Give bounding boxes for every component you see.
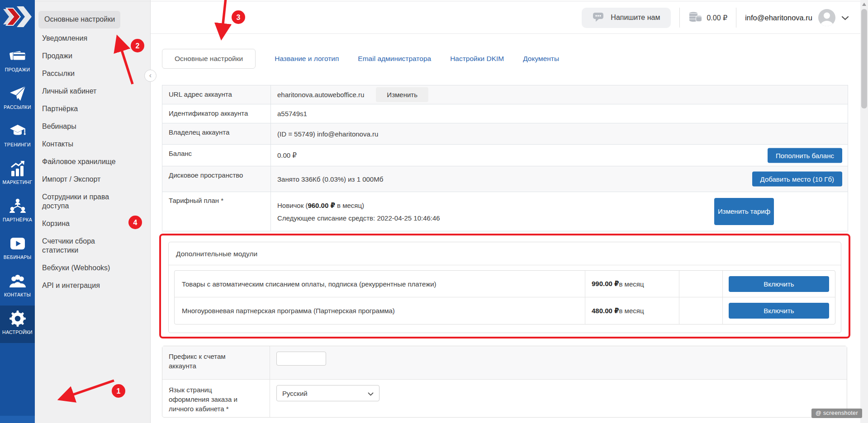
sidebar-item-affiliate[interactable]: ПАРТНЁРКА <box>0 193 35 230</box>
account-email: info@eharitonova.ru <box>745 14 812 22</box>
contact-us-label: Напишите нам <box>611 14 660 22</box>
change-tariff-button[interactable]: Изменить тариф <box>714 198 774 225</box>
tab-dkim-settings[interactable]: Настройки DKIM <box>450 55 504 63</box>
menu-item-personal-cabinet[interactable]: Личный кабинет <box>35 83 150 100</box>
module-price: 480.00 ₽ в месяц <box>585 297 679 324</box>
row-label: Идентификатор аккаунта <box>162 104 271 123</box>
row-label: Тарифный план * <box>162 192 271 231</box>
header-balance: 0.00 ₽ <box>688 11 727 25</box>
tab-admin-email[interactable]: Email администратора <box>358 55 431 63</box>
enable-module-button[interactable]: Включить <box>729 303 829 319</box>
language-selected-value: Русский <box>282 390 308 397</box>
tariff-plan-price: 960.00 ₽ <box>308 202 335 209</box>
form-label: Язык страниц оформления заказа и личного… <box>162 380 270 417</box>
module-name: Товары с автоматическим списанием оплаты… <box>175 271 585 297</box>
tab-name-and-logo[interactable]: Название и логотип <box>275 55 339 63</box>
contact-us-button[interactable]: Напишите нам <box>582 8 671 28</box>
logo-chevron-red <box>6 8 20 25</box>
module-action-cell: Включить <box>723 271 835 297</box>
account-url-value: eharitonova.autoweboffice.ru <box>277 91 364 99</box>
tab-general-settings[interactable]: Основные настройки <box>162 49 256 69</box>
sidebar-item-label: ПАРТНЁРКА <box>3 217 32 222</box>
menu-item-sales[interactable]: Продажи <box>35 47 150 65</box>
play-video-icon <box>9 235 27 253</box>
sidebar-collapse-button[interactable]: ‹ <box>144 70 157 82</box>
module-spacer-cell <box>679 297 723 324</box>
menu-item-notifications[interactable]: Уведомления <box>35 30 150 47</box>
additional-modules-title: Дополнительные модули <box>169 242 841 265</box>
table-row-disk-space: Дисковое пространство Занято 336Кб (0.03… <box>162 166 848 192</box>
sidebar-bottom-strip <box>0 416 35 423</box>
sidebar-item-settings[interactable]: НАСТРОЙКИ <box>0 306 35 343</box>
row-label: Баланс <box>162 145 271 166</box>
modules-table: Товары с автоматическим списанием оплаты… <box>174 270 835 324</box>
form-value: Русский <box>270 380 847 417</box>
sidebar-item-label: РАССЫЛКИ <box>4 104 31 110</box>
form-row-invoice-prefix: Префикс к счетам аккаунта <box>162 346 847 380</box>
menu-item-affiliate[interactable]: Партнёрка <box>35 100 150 118</box>
row-label: Владелец аккаунта <box>162 123 271 144</box>
graduation-cap-icon <box>9 122 27 140</box>
sidebar-item-trainings[interactable]: ТРЕНИНГИ <box>0 118 35 155</box>
sidebar-item-contacts[interactable]: КОНТАКТЫ <box>0 268 35 306</box>
form-row-language: Язык страниц оформления заказа и личного… <box>162 380 847 417</box>
invoice-prefix-input[interactable] <box>276 352 326 366</box>
app-logo-chevrons-icon[interactable] <box>3 5 32 29</box>
menu-item-webinars[interactable]: Вебинары <box>35 118 150 136</box>
add-disk-space-button[interactable]: Добавить место (10 Гб) <box>752 172 842 187</box>
settings-tabs: Основные настройки Название и логотип Em… <box>162 49 559 69</box>
sidebar-item-mailings[interactable]: РАССЫЛКИ <box>0 80 35 118</box>
row-label: Дисковое пространство <box>162 166 271 192</box>
sidebar-item-sales[interactable]: ПРОДАЖИ <box>0 43 35 80</box>
balance-amount: 0.00 ₽ <box>707 14 727 22</box>
menu-item-contacts[interactable]: Контакты <box>35 136 150 153</box>
tab-documents[interactable]: Документы <box>523 55 559 63</box>
primary-nav: ПРОДАЖИ РАССЫЛКИ ТРЕНИНГИ МАРКЕТИНГ ПАРТ… <box>0 43 35 343</box>
scrollbar-up-arrow[interactable] <box>862 2 867 7</box>
coins-icon <box>688 11 702 25</box>
menu-item-trash[interactable]: Корзина <box>35 215 150 233</box>
account-menu[interactable]: info@eharitonova.ru <box>745 9 849 26</box>
table-row-account-id: Идентификатор аккаунта a55749s1 <box>162 104 848 123</box>
menu-item-mailings[interactable]: Рассылки <box>35 65 150 83</box>
sidebar-item-webinars[interactable]: ВЕБИНАРЫ <box>0 230 35 268</box>
main-content: Напишите нам 0.00 ₽ info@eharitonova.ru <box>151 0 868 423</box>
paper-plane-icon <box>9 85 27 103</box>
sidebar-item-label: ВЕБИНАРЫ <box>4 254 32 260</box>
menu-item-staff-access[interactable]: Сотрудники и права доступа <box>35 188 150 215</box>
screenshot-watermark: @ screenshoter <box>811 409 862 418</box>
sidebar-item-label: МАРКЕТИНГ <box>3 179 33 185</box>
language-select[interactable]: Русский <box>276 385 379 401</box>
module-spacer-cell <box>679 271 723 297</box>
general-settings-form: Префикс к счетам аккаунта Язык страниц о… <box>162 346 847 418</box>
form-value <box>270 346 847 379</box>
module-name: Многоуровневая партнерская программа (Па… <box>175 297 585 324</box>
menu-item-file-storage[interactable]: Файловое хранилище <box>35 153 150 171</box>
scrollbar-thumb[interactable] <box>861 9 867 108</box>
change-url-button[interactable]: Изменить <box>376 87 428 102</box>
menu-item-import-export[interactable]: Импорт / Экспорт <box>35 171 150 188</box>
top-header: Напишите нам 0.00 ₽ info@eharitonova.ru <box>151 1 868 34</box>
menu-item-stats-counters[interactable]: Счетчики сбора статистики <box>35 233 150 259</box>
gear-icon <box>9 310 27 328</box>
module-row-multilevel-affiliate: Многоуровневая партнерская программа (Па… <box>175 297 835 324</box>
additional-modules-panel: Дополнительные модули Товары с автоматич… <box>168 242 841 333</box>
module-price: 990.00 ₽ в месяц <box>585 271 679 297</box>
menu-item-webhooks[interactable]: Вебхуки (Webhooks) <box>35 259 150 277</box>
top-up-balance-button[interactable]: Пополнить баланс <box>768 148 842 163</box>
table-row-balance: Баланс 0.00 ₽ Пополнить баланс <box>162 145 848 166</box>
people-group-icon <box>9 272 27 290</box>
enable-module-button[interactable]: Включить <box>729 276 829 292</box>
account-owner-value: (ID = 55749) info@eharitonova.ru <box>271 123 848 144</box>
vertical-scrollbar[interactable] <box>860 0 868 423</box>
sidebar-item-marketing[interactable]: МАРКЕТИНГ <box>0 155 35 193</box>
annotation-red-box: Дополнительные модули Товары с автоматич… <box>159 234 850 338</box>
account-id-value: a55749s1 <box>271 104 848 123</box>
tariff-next-charge: Следующее списание средств: 2022-04-25 1… <box>277 214 440 222</box>
chevron-down-icon <box>368 390 374 397</box>
header-divider <box>736 8 736 28</box>
chevron-down-icon <box>841 14 849 22</box>
menu-item-general-settings[interactable]: Основные настройки <box>38 11 120 28</box>
menu-item-api-integration[interactable]: API и интеграция <box>35 277 150 295</box>
settings-menu: Основные настройки Уведомления Продажи Р… <box>35 0 151 423</box>
